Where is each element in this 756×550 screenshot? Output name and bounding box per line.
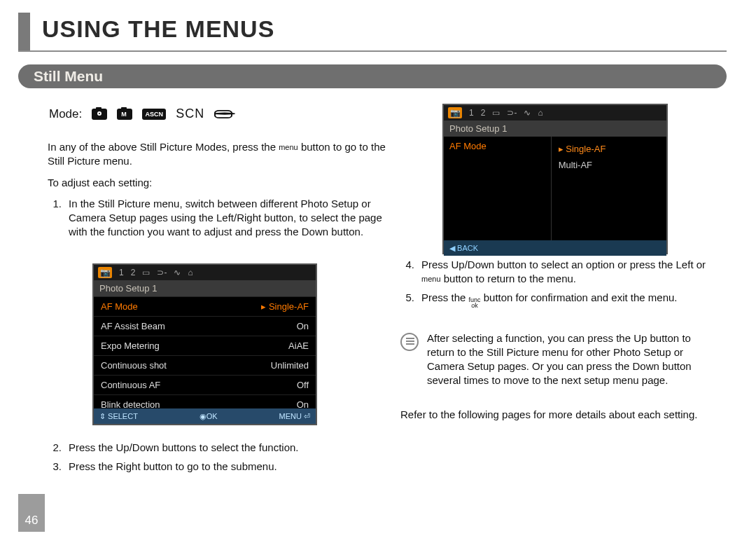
step-1: 1.In the Still Picture menu, switch betw… bbox=[48, 197, 398, 240]
lcd1-foot-menu: MENU ⏎ bbox=[279, 412, 310, 421]
step-2: 2.Press the Up/Down buttons to select th… bbox=[48, 440, 398, 455]
lcd2-header: Photo Setup 1 bbox=[444, 121, 666, 137]
text: In any of the above Still Picture Modes,… bbox=[48, 141, 279, 153]
lcd1-footer: ⇕ SELECT ◉OK MENU ⏎ bbox=[94, 408, 316, 424]
lcd1-row-key: Continuous AF bbox=[101, 380, 160, 390]
lcd2-af-mode-label: AF Mode bbox=[449, 141, 545, 151]
header-rule bbox=[18, 50, 727, 52]
note-block: After selecting a function, you can pres… bbox=[400, 331, 708, 388]
lcd1-foot-ok: ◉OK bbox=[200, 412, 218, 421]
panorama-icon bbox=[214, 109, 232, 119]
lcd1-tabs: 📷 1 2 ▭ ⊃- ∿ ⌂ bbox=[94, 265, 316, 280]
step-5-text: Press the funcok button for confirmation… bbox=[421, 291, 708, 308]
step-1-text: In the Still Picture menu, switch betwee… bbox=[69, 197, 398, 240]
camera-screenshot-2: 📷 1 2 ▭ ⊃- ∿ ⌂ Photo Setup 1 AF Mode Sin… bbox=[442, 104, 668, 254]
lcd1-row: Continuous shotUnlimited bbox=[94, 355, 316, 375]
lcd1-row-val: Off bbox=[297, 380, 309, 390]
adjust-heading: To adjust each setting: bbox=[48, 176, 398, 190]
lcd2-tab: 1 bbox=[469, 108, 474, 118]
lcd1-tab: 2 bbox=[131, 268, 136, 277]
lcd2-options: Single-AFMulti-AF bbox=[551, 137, 666, 240]
lcd1-row: AF Assist BeamOn bbox=[94, 316, 316, 336]
lcd1-tab: 1 bbox=[119, 268, 124, 277]
lcd1-row-key: AF Assist Beam bbox=[101, 321, 165, 331]
lcd1-tab: ▭ bbox=[142, 268, 150, 277]
lcd2-left-pane: AF Mode bbox=[444, 137, 551, 240]
lcd1-row-key: AF Mode bbox=[101, 301, 138, 312]
lcd1-row-val: On bbox=[297, 321, 309, 331]
lcd2-option: Single-AF bbox=[554, 141, 664, 157]
lcd1-row-val: Unlimited bbox=[271, 360, 309, 371]
step-4-text: Press Up/Down button to select an option… bbox=[421, 258, 708, 287]
lcd1-tab: ⌂ bbox=[188, 268, 192, 277]
left-column-lower: 2.Press the Up/Down buttons to select th… bbox=[48, 440, 398, 478]
lcd2-tab: 2 bbox=[481, 108, 486, 118]
lcd1-tab: ∿ bbox=[174, 268, 181, 277]
lcd1-tab-active: 📷 bbox=[98, 267, 112, 278]
closing-paragraph: Refer to the following pages for more de… bbox=[400, 408, 708, 422]
ascn-icon: ASCN bbox=[142, 109, 166, 120]
lcd2-footer: ◀ BACK bbox=[444, 240, 666, 256]
step-4: 4.Press Up/Down button to select an opti… bbox=[400, 258, 708, 287]
lcd1-row: Expo MeteringAiAE bbox=[94, 336, 316, 355]
intro-paragraph: In any of the above Still Picture Modes,… bbox=[48, 140, 398, 169]
lcd1-tab: ⊃- bbox=[157, 268, 167, 277]
step-3-text: Press the Right button to go to the subm… bbox=[69, 459, 398, 474]
mode-line: Mode: ASCN SCN bbox=[49, 106, 232, 121]
page-number: 46 bbox=[18, 494, 45, 532]
camera-manual-icon bbox=[117, 109, 132, 120]
lcd2-tabs: 📷 1 2 ▭ ⊃- ∿ ⌂ bbox=[444, 105, 666, 121]
page-title: USING THE MENUS bbox=[42, 15, 274, 43]
lcd2-tab-active: 📷 bbox=[448, 107, 462, 118]
lcd1-foot-select: ⇕ SELECT bbox=[99, 412, 138, 421]
lcd1-row-val: AiAE bbox=[288, 341, 309, 351]
camera-screenshot-1: 📷 1 2 ▭ ⊃- ∿ ⌂ Photo Setup 1 AF ModeSing… bbox=[92, 263, 317, 425]
note-text: After selecting a function, you can pres… bbox=[427, 331, 708, 388]
menu-label-inline: menu bbox=[421, 275, 441, 283]
step-3: 3.Press the Right button to go to the su… bbox=[48, 459, 398, 474]
lcd1-row-val: Single-AF bbox=[261, 301, 309, 312]
lcd1-rows: AF ModeSingle-AFAF Assist BeamOnExpo Met… bbox=[94, 296, 316, 414]
manual-page: { "header": { "title": "USING THE MENUS"… bbox=[0, 0, 756, 550]
lcd2-tab: ▭ bbox=[492, 108, 500, 118]
lcd2-tab: ∿ bbox=[524, 108, 531, 118]
lcd1-row-key: Continuous shot bbox=[101, 360, 167, 371]
left-column: In any of the above Still Picture Modes,… bbox=[48, 140, 398, 244]
menu-label-inline: menu bbox=[279, 143, 298, 151]
camera-auto-icon bbox=[92, 109, 107, 120]
lcd1-row: Continuous AFOff bbox=[94, 375, 316, 394]
scn-label: SCN bbox=[176, 106, 204, 121]
lcd1-row: AF ModeSingle-AF bbox=[94, 296, 316, 316]
func-ok-icon: funcok bbox=[469, 297, 481, 308]
lcd1-header: Photo Setup 1 bbox=[94, 280, 316, 296]
step-2-text: Press the Up/Down buttons to select the … bbox=[69, 440, 398, 455]
lcd1-row-key: Expo Metering bbox=[101, 341, 160, 351]
header-accent-bar bbox=[18, 13, 30, 50]
step-5: 5.Press the funcok button for confirmati… bbox=[400, 291, 708, 308]
section-heading: Still Menu bbox=[18, 64, 727, 88]
right-column: 4.Press Up/Down button to select an opti… bbox=[400, 258, 708, 429]
lcd2-tab: ⌂ bbox=[538, 108, 542, 118]
lcd2-option: Multi-AF bbox=[554, 157, 664, 173]
note-icon bbox=[400, 333, 419, 351]
lcd2-tab: ⊃- bbox=[507, 108, 517, 118]
mode-label: Mode: bbox=[49, 107, 82, 121]
